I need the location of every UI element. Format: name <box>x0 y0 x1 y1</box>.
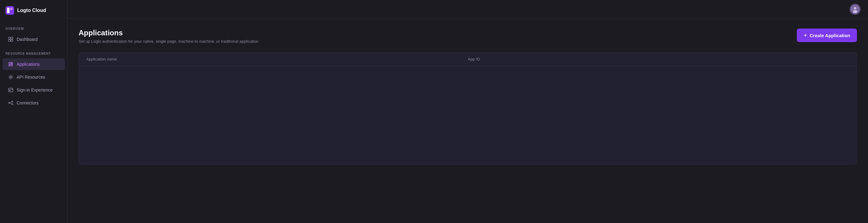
dashboard-icon <box>8 36 13 42</box>
logo[interactable]: Logto Cloud <box>0 0 67 21</box>
overview-section-label: OVERVIEW <box>0 21 67 33</box>
svg-rect-0 <box>5 6 14 15</box>
page-header: Applications Set up Logto authentication… <box>79 29 857 44</box>
page-title-block: Applications Set up Logto authentication… <box>79 29 258 44</box>
create-application-label: Create Application <box>810 33 850 38</box>
page-content-area: Applications Set up Logto authentication… <box>67 19 868 223</box>
sidebar-item-sign-in-experience[interactable]: Sign-in Experience <box>2 84 65 96</box>
table-header-app-name: Application name <box>86 57 468 61</box>
svg-line-15 <box>10 103 12 104</box>
table-body <box>79 66 857 164</box>
create-application-button[interactable]: + Create Application <box>797 29 857 42</box>
sidebar-item-label-connectors: Connectors <box>17 101 39 105</box>
table-header-app-id: App ID <box>468 57 849 61</box>
svg-rect-10 <box>9 90 10 91</box>
svg-point-7 <box>10 77 12 78</box>
sidebar-item-label-sign-in: Sign-in Experience <box>17 87 53 92</box>
sidebar-item-label-dashboard: Dashboard <box>17 37 38 42</box>
svg-rect-5 <box>9 39 10 41</box>
sidebar-item-label-applications: Applications <box>17 62 40 67</box>
connectors-icon <box>8 100 13 106</box>
svg-rect-2 <box>10 8 12 10</box>
svg-point-11 <box>9 102 10 104</box>
svg-rect-8 <box>9 88 13 92</box>
svg-rect-6 <box>11 39 13 41</box>
page-title: Applications <box>79 29 258 37</box>
sidebar-item-dashboard[interactable]: Dashboard <box>2 33 65 45</box>
sidebar: Logto Cloud OVERVIEW Dashboard RESOURCE … <box>0 0 67 223</box>
logo-text: Logto Cloud <box>17 8 46 13</box>
sidebar-item-label-api-resources: API Resources <box>17 75 45 80</box>
svg-point-12 <box>12 101 13 102</box>
avatar[interactable] <box>849 4 861 15</box>
page-subtitle: Set up Logto authentication for your nat… <box>79 39 258 44</box>
api-resources-icon <box>8 74 13 80</box>
svg-point-17 <box>854 7 856 9</box>
logo-icon <box>5 6 14 15</box>
sign-in-icon <box>8 87 13 93</box>
resource-management-section-label: RESOURCE MANAGEMENT <box>0 46 67 58</box>
svg-line-14 <box>10 102 12 103</box>
plus-icon: + <box>804 32 807 38</box>
applications-table: Application name App ID <box>79 52 857 165</box>
main-content: Applications Set up Logto authentication… <box>67 0 868 223</box>
svg-rect-4 <box>11 37 13 39</box>
topbar <box>67 0 868 19</box>
table-header-row: Application name App ID <box>79 53 857 66</box>
applications-icon <box>8 61 13 67</box>
svg-point-18 <box>853 10 857 13</box>
sidebar-item-api-resources[interactable]: API Resources <box>2 71 65 83</box>
svg-rect-1 <box>7 8 9 13</box>
sidebar-item-connectors[interactable]: Connectors <box>2 97 65 109</box>
svg-rect-3 <box>9 37 10 39</box>
svg-point-13 <box>12 104 13 105</box>
sidebar-item-applications[interactable]: Applications <box>2 58 65 70</box>
